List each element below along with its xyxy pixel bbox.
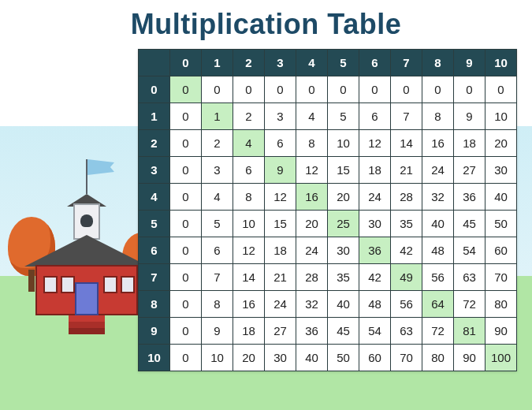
table-row: 606121824303642485460 <box>139 237 517 264</box>
table-cell: 35 <box>328 264 359 291</box>
table-cell: 28 <box>391 184 422 211</box>
table-cell: 50 <box>485 211 517 237</box>
table-cell: 7 <box>202 264 233 291</box>
table-cell: 35 <box>391 211 422 237</box>
table-cell: 72 <box>422 318 454 345</box>
table-cell: 5 <box>202 211 233 237</box>
table-cell: 45 <box>454 211 485 237</box>
table-cell: 16 <box>296 184 328 211</box>
table-cell: 8 <box>202 291 233 318</box>
table-cell: 81 <box>454 318 485 345</box>
table-cell: 20 <box>233 345 265 371</box>
table-cell: 20 <box>296 211 328 237</box>
table-cell: 0 <box>170 345 202 371</box>
table-cell: 18 <box>265 237 296 264</box>
table-cell: 28 <box>296 264 328 291</box>
table-row: 000000000000 <box>139 76 517 103</box>
table-cell: 18 <box>233 318 265 345</box>
col-header: 4 <box>296 50 328 76</box>
table-cell: 0 <box>170 211 202 237</box>
table-cell: 80 <box>422 345 454 371</box>
table-cell: 12 <box>265 184 296 211</box>
multiplication-table-container: 0123456789100000000000001012345678910202… <box>138 49 519 371</box>
row-header: 5 <box>139 211 170 237</box>
table-cell: 90 <box>454 345 485 371</box>
table-cell: 20 <box>485 130 517 157</box>
table-cell: 6 <box>265 130 296 157</box>
table-cell: 6 <box>359 103 391 130</box>
table-cell: 0 <box>422 76 454 103</box>
table-cell: 6 <box>202 237 233 264</box>
page-title: Multiplication Table <box>0 8 532 41</box>
table-cell: 80 <box>485 291 517 318</box>
table-cell: 0 <box>170 130 202 157</box>
table-cell: 70 <box>391 345 422 371</box>
table-cell: 0 <box>170 291 202 318</box>
table-cell: 50 <box>328 345 359 371</box>
table-cell: 12 <box>233 237 265 264</box>
table-cell: 10 <box>202 345 233 371</box>
table-cell: 15 <box>328 157 359 184</box>
row-header: 7 <box>139 264 170 291</box>
table-cell: 5 <box>328 103 359 130</box>
table-cell: 8 <box>422 103 454 130</box>
col-header: 3 <box>265 50 296 76</box>
table-cell: 30 <box>359 211 391 237</box>
table-cell: 0 <box>170 184 202 211</box>
table-cell: 12 <box>359 130 391 157</box>
row-header: 1 <box>139 103 170 130</box>
table-cell: 16 <box>233 291 265 318</box>
table-cell: 18 <box>454 130 485 157</box>
table-cell: 40 <box>485 184 517 211</box>
table-cell: 21 <box>265 264 296 291</box>
table-cell: 24 <box>265 291 296 318</box>
table-cell: 24 <box>422 157 454 184</box>
table-row: 3036912151821242730 <box>139 157 517 184</box>
table-cell: 21 <box>391 157 422 184</box>
table-cell: 0 <box>170 318 202 345</box>
table-cell: 42 <box>359 264 391 291</box>
table-cell: 56 <box>422 264 454 291</box>
col-header: 9 <box>454 50 485 76</box>
row-header: 10 <box>139 345 170 371</box>
table-cell: 4 <box>233 130 265 157</box>
table-row: 707142128354249566370 <box>139 264 517 291</box>
table-cell: 8 <box>233 184 265 211</box>
table-cell: 2 <box>233 103 265 130</box>
table-cell: 36 <box>296 318 328 345</box>
schoolhouse-icon <box>28 197 146 315</box>
table-cell: 24 <box>359 184 391 211</box>
table-cell: 100 <box>485 345 517 371</box>
table-row: 100102030405060708090100 <box>139 345 517 371</box>
table-row: 909182736455463728190 <box>139 318 517 345</box>
table-cell: 18 <box>359 157 391 184</box>
table-cell: 7 <box>391 103 422 130</box>
table-cell: 32 <box>422 184 454 211</box>
table-cell: 42 <box>391 237 422 264</box>
bell-icon <box>80 214 93 227</box>
row-header: 2 <box>139 130 170 157</box>
row-header: 4 <box>139 184 170 211</box>
table-cell: 63 <box>454 264 485 291</box>
multiplication-table: 0123456789100000000000001012345678910202… <box>138 49 517 371</box>
row-header: 0 <box>139 76 170 103</box>
table-cell: 36 <box>359 237 391 264</box>
table-cell: 0 <box>170 264 202 291</box>
table-cell: 0 <box>391 76 422 103</box>
table-cell: 0 <box>170 76 202 103</box>
table-cell: 2 <box>202 130 233 157</box>
table-cell: 14 <box>233 264 265 291</box>
table-cell: 36 <box>454 184 485 211</box>
table-cell: 30 <box>485 157 517 184</box>
table-cell: 24 <box>296 237 328 264</box>
table-cell: 30 <box>328 237 359 264</box>
row-header: 6 <box>139 237 170 264</box>
table-cell: 0 <box>170 237 202 264</box>
table-cell: 10 <box>485 103 517 130</box>
table-cell: 0 <box>265 76 296 103</box>
table-row: 1012345678910 <box>139 103 517 130</box>
table-cell: 0 <box>233 76 265 103</box>
table-cell: 15 <box>265 211 296 237</box>
table-cell: 4 <box>202 184 233 211</box>
table-row: 808162432404856647280 <box>139 291 517 318</box>
